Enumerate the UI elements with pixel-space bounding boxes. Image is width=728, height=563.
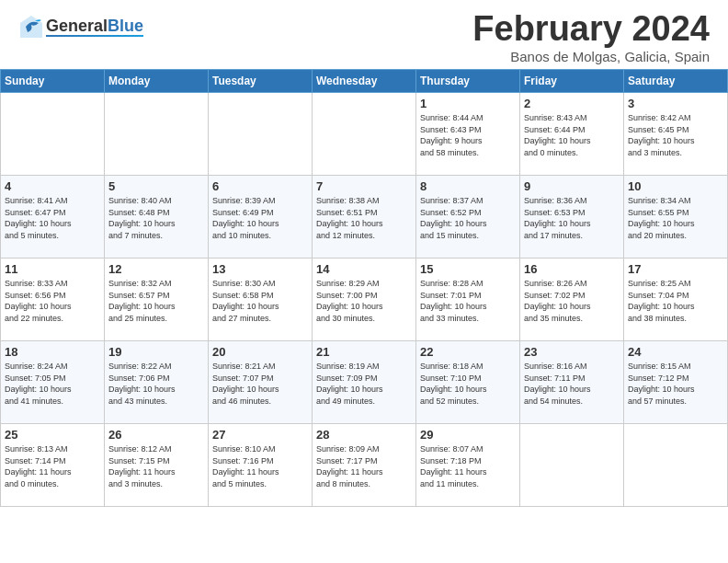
week-row-1: 1Sunrise: 8:44 AMSunset: 6:43 PMDaylight… bbox=[1, 93, 728, 176]
day-number: 28 bbox=[316, 428, 412, 442]
header-friday: Friday bbox=[520, 70, 624, 93]
day-number: 27 bbox=[212, 428, 308, 442]
calendar-cell: 6Sunrise: 8:39 AMSunset: 6:49 PMDaylight… bbox=[209, 176, 313, 259]
header-thursday: Thursday bbox=[416, 70, 520, 93]
day-info: Sunrise: 8:12 AMSunset: 7:15 PMDaylight:… bbox=[108, 443, 204, 489]
day-number: 10 bbox=[628, 179, 723, 193]
day-info: Sunrise: 8:19 AMSunset: 7:09 PMDaylight:… bbox=[316, 361, 412, 407]
calendar-cell bbox=[313, 93, 416, 176]
day-info: Sunrise: 8:18 AMSunset: 7:10 PMDaylight:… bbox=[420, 361, 516, 407]
day-info: Sunrise: 8:09 AMSunset: 7:17 PMDaylight:… bbox=[316, 443, 412, 489]
header-wednesday: Wednesday bbox=[313, 70, 416, 93]
calendar-cell: 9Sunrise: 8:36 AMSunset: 6:53 PMDaylight… bbox=[520, 176, 624, 259]
day-number: 20 bbox=[212, 345, 308, 359]
day-info: Sunrise: 8:30 AMSunset: 6:58 PMDaylight:… bbox=[212, 278, 308, 324]
day-number: 26 bbox=[108, 428, 204, 442]
day-info: Sunrise: 8:29 AMSunset: 7:00 PMDaylight:… bbox=[316, 278, 412, 324]
calendar-cell: 3Sunrise: 8:42 AMSunset: 6:45 PMDaylight… bbox=[624, 93, 728, 176]
day-number: 24 bbox=[628, 345, 723, 359]
day-number: 23 bbox=[524, 345, 620, 359]
page-header: GeneralBlue February 2024 Banos de Molga… bbox=[0, 0, 728, 69]
week-row-3: 11Sunrise: 8:33 AMSunset: 6:56 PMDayligh… bbox=[1, 259, 728, 341]
calendar-title: February 2024 bbox=[472, 9, 710, 49]
calendar-subtitle: Banos de Molgas, Galicia, Spain bbox=[472, 49, 710, 64]
logo-blue-text: Blue bbox=[108, 17, 143, 35]
week-row-4: 18Sunrise: 8:24 AMSunset: 7:05 PMDayligh… bbox=[1, 341, 728, 424]
day-number: 2 bbox=[524, 97, 620, 110]
calendar-cell: 11Sunrise: 8:33 AMSunset: 6:56 PMDayligh… bbox=[1, 259, 105, 341]
calendar-cell bbox=[105, 93, 209, 176]
day-number: 17 bbox=[628, 262, 723, 276]
day-number: 19 bbox=[108, 345, 204, 359]
calendar-cell: 19Sunrise: 8:22 AMSunset: 7:06 PMDayligh… bbox=[105, 341, 209, 424]
calendar-cell: 17Sunrise: 8:25 AMSunset: 7:04 PMDayligh… bbox=[624, 259, 728, 341]
calendar-cell bbox=[624, 424, 728, 507]
calendar-cell: 7Sunrise: 8:38 AMSunset: 6:51 PMDaylight… bbox=[313, 176, 416, 259]
week-row-2: 4Sunrise: 8:41 AMSunset: 6:47 PMDaylight… bbox=[1, 176, 728, 259]
weekday-header-row: Sunday Monday Tuesday Wednesday Thursday… bbox=[1, 70, 728, 93]
day-number: 3 bbox=[628, 97, 723, 110]
day-number: 14 bbox=[316, 262, 412, 276]
day-number: 25 bbox=[5, 428, 100, 442]
logo-icon bbox=[18, 14, 44, 40]
calendar-cell: 22Sunrise: 8:18 AMSunset: 7:10 PMDayligh… bbox=[416, 341, 520, 424]
day-info: Sunrise: 8:42 AMSunset: 6:45 PMDaylight:… bbox=[628, 112, 723, 158]
calendar-cell: 13Sunrise: 8:30 AMSunset: 6:58 PMDayligh… bbox=[209, 259, 313, 341]
day-number: 8 bbox=[420, 179, 516, 193]
calendar-cell: 1Sunrise: 8:44 AMSunset: 6:43 PMDaylight… bbox=[416, 93, 520, 176]
calendar-cell: 18Sunrise: 8:24 AMSunset: 7:05 PMDayligh… bbox=[1, 341, 105, 424]
calendar-cell: 14Sunrise: 8:29 AMSunset: 7:00 PMDayligh… bbox=[313, 259, 416, 341]
header-tuesday: Tuesday bbox=[209, 70, 313, 93]
calendar-table: Sunday Monday Tuesday Wednesday Thursday… bbox=[0, 69, 728, 507]
calendar-cell: 2Sunrise: 8:43 AMSunset: 6:44 PMDaylight… bbox=[520, 93, 624, 176]
header-sunday: Sunday bbox=[1, 70, 105, 93]
day-number: 11 bbox=[5, 262, 100, 276]
logo-general-text: General bbox=[46, 17, 108, 35]
day-number: 5 bbox=[108, 179, 204, 193]
calendar-cell: 12Sunrise: 8:32 AMSunset: 6:57 PMDayligh… bbox=[105, 259, 209, 341]
calendar-cell: 20Sunrise: 8:21 AMSunset: 7:07 PMDayligh… bbox=[209, 341, 313, 424]
day-info: Sunrise: 8:32 AMSunset: 6:57 PMDaylight:… bbox=[108, 278, 204, 324]
day-info: Sunrise: 8:10 AMSunset: 7:16 PMDaylight:… bbox=[212, 443, 308, 489]
day-info: Sunrise: 8:40 AMSunset: 6:48 PMDaylight:… bbox=[108, 195, 204, 241]
calendar-cell: 26Sunrise: 8:12 AMSunset: 7:15 PMDayligh… bbox=[105, 424, 209, 507]
calendar-cell: 29Sunrise: 8:07 AMSunset: 7:18 PMDayligh… bbox=[416, 424, 520, 507]
day-info: Sunrise: 8:38 AMSunset: 6:51 PMDaylight:… bbox=[316, 195, 412, 241]
day-info: Sunrise: 8:41 AMSunset: 6:47 PMDaylight:… bbox=[5, 195, 100, 241]
day-info: Sunrise: 8:43 AMSunset: 6:44 PMDaylight:… bbox=[524, 112, 620, 158]
calendar-cell: 21Sunrise: 8:19 AMSunset: 7:09 PMDayligh… bbox=[313, 341, 416, 424]
title-section: February 2024 Banos de Molgas, Galicia, … bbox=[472, 9, 710, 64]
day-info: Sunrise: 8:44 AMSunset: 6:43 PMDaylight:… bbox=[420, 112, 516, 158]
calendar-cell: 25Sunrise: 8:13 AMSunset: 7:14 PMDayligh… bbox=[1, 424, 105, 507]
day-info: Sunrise: 8:25 AMSunset: 7:04 PMDaylight:… bbox=[628, 278, 723, 324]
calendar-cell: 16Sunrise: 8:26 AMSunset: 7:02 PMDayligh… bbox=[520, 259, 624, 341]
day-info: Sunrise: 8:13 AMSunset: 7:14 PMDaylight:… bbox=[5, 443, 100, 489]
week-row-5: 25Sunrise: 8:13 AMSunset: 7:14 PMDayligh… bbox=[1, 424, 728, 507]
day-info: Sunrise: 8:07 AMSunset: 7:18 PMDaylight:… bbox=[420, 443, 516, 489]
calendar-cell: 23Sunrise: 8:16 AMSunset: 7:11 PMDayligh… bbox=[520, 341, 624, 424]
calendar-cell: 5Sunrise: 8:40 AMSunset: 6:48 PMDaylight… bbox=[105, 176, 209, 259]
calendar-cell: 24Sunrise: 8:15 AMSunset: 7:12 PMDayligh… bbox=[624, 341, 728, 424]
calendar-cell: 27Sunrise: 8:10 AMSunset: 7:16 PMDayligh… bbox=[209, 424, 313, 507]
day-info: Sunrise: 8:37 AMSunset: 6:52 PMDaylight:… bbox=[420, 195, 516, 241]
day-number: 1 bbox=[420, 97, 516, 110]
day-info: Sunrise: 8:36 AMSunset: 6:53 PMDaylight:… bbox=[524, 195, 620, 241]
day-info: Sunrise: 8:34 AMSunset: 6:55 PMDaylight:… bbox=[628, 195, 723, 241]
day-info: Sunrise: 8:26 AMSunset: 7:02 PMDaylight:… bbox=[524, 278, 620, 324]
day-info: Sunrise: 8:16 AMSunset: 7:11 PMDaylight:… bbox=[524, 361, 620, 407]
calendar-cell: 10Sunrise: 8:34 AMSunset: 6:55 PMDayligh… bbox=[624, 176, 728, 259]
day-number: 21 bbox=[316, 345, 412, 359]
day-number: 6 bbox=[212, 179, 308, 193]
calendar-cell bbox=[520, 424, 624, 507]
header-monday: Monday bbox=[105, 70, 209, 93]
calendar-cell bbox=[209, 93, 313, 176]
calendar-cell: 28Sunrise: 8:09 AMSunset: 7:17 PMDayligh… bbox=[313, 424, 416, 507]
day-info: Sunrise: 8:21 AMSunset: 7:07 PMDaylight:… bbox=[212, 361, 308, 407]
day-number: 18 bbox=[5, 345, 100, 359]
day-number: 13 bbox=[212, 262, 308, 276]
day-number: 15 bbox=[420, 262, 516, 276]
header-saturday: Saturday bbox=[624, 70, 728, 93]
day-info: Sunrise: 8:28 AMSunset: 7:01 PMDaylight:… bbox=[420, 278, 516, 324]
calendar-cell: 4Sunrise: 8:41 AMSunset: 6:47 PMDaylight… bbox=[1, 176, 105, 259]
day-number: 7 bbox=[316, 179, 412, 193]
